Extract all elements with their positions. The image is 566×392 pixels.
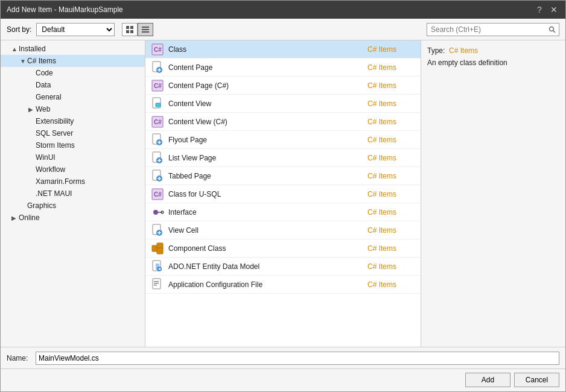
table-row[interactable]: Flyout Page C# Items [145,131,421,149]
item-icon-interface [150,205,165,220]
view-grid-button[interactable] [122,23,138,36]
item-category: C# Items [367,208,416,217]
bottom-bar: Name: [1,347,565,368]
footer-buttons: Add Cancel [1,368,565,391]
item-icon-config [150,277,165,292]
item-name: Class for U-SQL [168,190,367,198]
table-row[interactable]: Content Page C# Items [145,58,421,77]
table-row[interactable]: Application Configuration File C# Items [145,276,421,294]
installed-label: Installed [19,45,46,53]
dialog-window: Add New Item - MauiMarkupSample ? ✕ Sort… [0,0,566,392]
sidebar-item-graphics[interactable]: Graphics [1,200,145,212]
view-toggle [122,23,153,36]
item-icon-class: C# [150,42,165,57]
item-name: Class [168,45,367,54]
item-category: C# Items [367,136,416,144]
sidebar-item-extensibility[interactable]: Extensibility [1,115,145,127]
search-input[interactable] [427,25,545,34]
svg-line-8 [553,31,555,33]
item-category: C# Items [367,262,416,271]
sidebar-item-csharp-items[interactable]: ▼ C# Items [1,55,145,67]
item-icon-content-view-cs: C# [150,115,165,129]
sidebar-item-code[interactable]: Code [1,67,145,79]
xamarin-label: Xamarin.Forms [36,177,85,186]
main-panel: C# Class C# Items [145,40,421,347]
item-name: List View Page [168,154,367,162]
table-row[interactable]: C# Content View (C#) C# Items [145,113,421,131]
item-icon-ado [150,259,165,274]
item-name: Flyout Page [168,136,367,144]
table-row[interactable]: View Cell C# Items [145,221,421,239]
online-label: Online [19,213,40,222]
table-row[interactable]: ADO.NET Entity Data Model C# Items [145,258,421,276]
svg-text:C#: C# [154,119,162,125]
table-row[interactable]: C# Content Page (C#) C# Items [145,77,421,95]
storm-items-label: Storm Items [36,141,75,150]
svg-rect-49 [154,283,159,284]
sort-label: Sort by: [7,25,31,34]
table-row[interactable]: Tabbed Page C# Items [145,167,421,185]
info-type-value: C# Items [447,46,478,55]
sidebar-item-storm-items[interactable]: Storm Items [1,139,145,151]
sidebar-item-data[interactable]: Data [1,79,145,91]
sidebar-item-workflow[interactable]: Workflow [1,163,145,175]
item-icon-viewcell [150,223,165,238]
sidebar-item-web[interactable]: ▶ Web [1,103,145,115]
cancel-button[interactable]: Cancel [514,373,559,387]
item-category: C# Items [367,118,416,126]
table-row[interactable]: List View Page C# Items [145,149,421,167]
code-label: Code [36,69,53,77]
info-panel: Type: C# Items An empty class definition [421,40,565,347]
svg-rect-6 [142,31,149,33]
item-name: Tabbed Page [168,172,367,180]
net-maui-label: .NET MAUI [36,189,72,198]
close-button[interactable]: ✕ [549,4,559,15]
sort-select[interactable]: Default Name Category [36,23,115,36]
name-input[interactable] [36,352,559,365]
svg-text:C#: C# [154,191,162,198]
item-name: Component Class [168,244,367,253]
svg-text:C#: C# [154,83,162,89]
svg-text:C#: C# [154,46,162,53]
sidebar-item-general[interactable]: General [1,91,145,103]
item-category: C# Items [367,190,416,198]
view-list-button[interactable] [138,23,153,36]
item-icon-content-view [150,96,165,111]
data-label: Data [36,81,51,89]
name-label: Name: [7,354,31,362]
table-row[interactable]: Component Class C# Items [145,239,421,258]
table-row[interactable]: Content View C# Items [145,95,421,113]
sidebar-item-net-maui[interactable]: .NET MAUI [1,188,145,200]
table-row[interactable]: C# Class C# Items [145,40,421,58]
item-category: C# Items [367,45,416,54]
winui-label: WinUI [36,153,56,162]
item-icon-listview [150,151,165,165]
item-name: Content Page [168,63,367,72]
table-row[interactable]: Interface C# Items [145,203,421,221]
search-button[interactable] [545,23,559,36]
sidebar-item-xamarin[interactable]: Xamarin.Forms [1,175,145,188]
item-name: ADO.NET Entity Data Model [168,262,367,271]
sidebar-item-winui[interactable]: WinUI [1,151,145,163]
help-button[interactable]: ? [534,4,545,15]
graphics-label: Graphics [27,201,56,210]
general-label: General [36,93,62,101]
table-row[interactable]: C# Class for U-SQL C# Items [145,185,421,203]
svg-rect-1 [130,26,133,29]
item-name: Content View (C#) [168,118,367,126]
item-icon-component [150,241,165,256]
add-button[interactable]: Add [465,373,510,387]
item-category: C# Items [367,226,416,235]
sidebar: ▲ Installed ▼ C# Items Code Data [1,40,145,347]
dialog-body: Sort by: Default Name Category [1,19,565,391]
sidebar-item-sql-server[interactable]: SQL Server [1,127,145,139]
svg-rect-2 [126,30,129,33]
sidebar-item-installed[interactable]: ▲ Installed [1,43,145,55]
sidebar-item-online[interactable]: ▶ Online [1,212,145,224]
title-bar: Add New Item - MauiMarkupSample ? ✕ [1,1,565,19]
info-description: An empty class definition [427,58,559,67]
item-list: C# Class C# Items [145,40,421,347]
svg-rect-3 [130,30,133,33]
item-category: C# Items [367,154,416,162]
item-icon-content-page [150,60,165,75]
